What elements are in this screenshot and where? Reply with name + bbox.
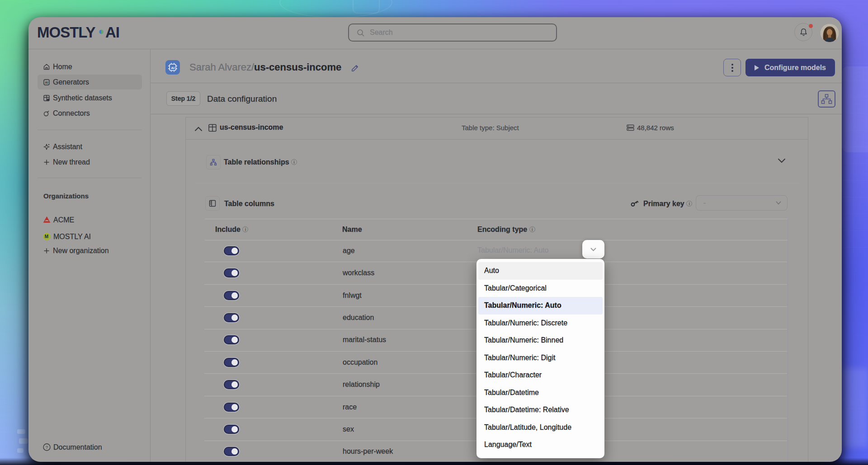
svg-text:?: ? [46,445,48,450]
svg-text:M: M [45,234,48,239]
svg-text:MOSTLY: MOSTLY [37,24,95,41]
svg-text:AI: AI [105,24,119,41]
svg-text:AI: AI [171,66,175,70]
svg-text:AI: AI [45,81,48,84]
